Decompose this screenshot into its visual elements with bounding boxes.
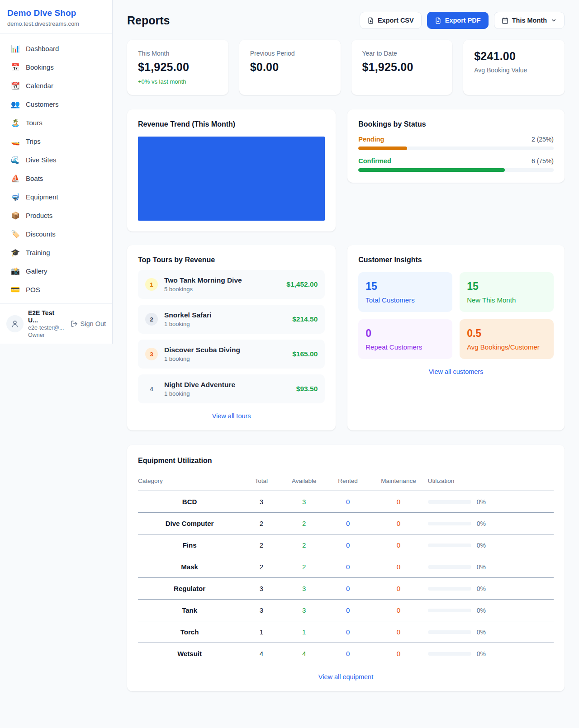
sidebar-item-dive-sites[interactable]: 🌊 Dive Sites [0,151,112,169]
table-row: Tank 3 3 0 0 0% [138,600,554,621]
tour-revenue: $214.50 [292,315,318,323]
status-row-pending: Pending 2 (25%) [358,136,554,150]
user-role: Owner [28,332,66,338]
utilization-bar [428,652,471,656]
user-panel: E2E Test U... e2e-tester@... Owner Sign … [0,303,112,344]
stat-delta: +0% vs last month [138,78,218,85]
status-row-confirmed: Confirmed 6 (75%) [358,157,554,172]
equipment-available: 2 [281,513,326,534]
equipment-rented: 0 [327,578,369,600]
export-pdf-button[interactable]: Export PDF [427,12,489,29]
credit-card-icon: 💳 [11,285,20,294]
view-all-tours-link[interactable]: View all tours [138,412,325,420]
utilization-percent: 0% [477,607,486,614]
stat-card-previous-period: Previous Period $0.00 [239,40,341,95]
tour-bookings: 5 bookings [164,286,280,293]
rank-badge: 3 [145,348,158,360]
top-tours-card: Top Tours by Revenue 1 Two Tank Morning … [127,245,336,430]
equipment-available: 2 [281,534,326,556]
file-download-icon [367,17,374,24]
col-total: Total [241,473,281,491]
utilization-bar [428,544,471,547]
equipment-rented: 0 [327,600,369,621]
utilization-bar [428,630,471,634]
page-title: Reports [127,14,170,27]
sidebar-item-customers[interactable]: 👥 Customers [0,95,112,113]
utilization-bar [428,587,471,591]
status-bar-track [358,168,554,172]
equipment-total: 3 [241,578,281,600]
insight-label: New This Month [467,296,546,304]
equipment-rented: 0 [327,491,369,513]
view-all-customers-link[interactable]: View all customers [358,368,554,375]
status-count: 2 (25%) [532,136,554,143]
equipment-total: 2 [241,513,281,534]
sidebar-item-label: Calendar [26,82,53,90]
equipment-available: 2 [281,556,326,578]
utilization-bar [428,522,471,525]
sidebar-item-pos[interactable]: 💳 POS [0,280,112,299]
equipment-utilization: 0% [428,534,554,556]
table-row: Regulator 3 3 0 0 0% [138,578,554,600]
export-csv-button[interactable]: Export CSV [360,12,422,29]
revenue-trend-card: Revenue Trend (This Month) [127,109,336,232]
sidebar: Demo Dive Shop demo.test.divestreams.com… [0,0,113,344]
table-row: Fins 2 2 0 0 0% [138,534,554,556]
sidebar-item-label: Gallery [26,267,47,275]
sidebar-item-trips[interactable]: 🚤 Trips [0,132,112,151]
app-root: Demo Dive Shop demo.test.divestreams.com… [0,0,579,709]
sidebar-item-boats[interactable]: ⛵ Boats [0,169,112,188]
export-pdf-label: Export PDF [445,17,481,24]
sidebar-header: Demo Dive Shop demo.test.divestreams.com [0,0,112,34]
stat-card-this-month: This Month $1,925.00 +0% vs last month [127,40,228,95]
tour-bookings: 1 booking [164,321,286,327]
equipment-utilization-title: Equipment Utilization [138,457,554,465]
tour-row: 3 Discover Scuba Diving 1 booking $165.0… [138,340,325,369]
sidebar-item-tours[interactable]: 🏝️ Tours [0,113,112,132]
tour-revenue: $165.00 [292,350,318,358]
tour-bookings: 1 booking [164,355,286,362]
equipment-utilization: 0% [428,556,554,578]
sidebar-item-equipment[interactable]: 🤿 Equipment [0,188,112,206]
tour-name: Snorkel Safari [164,311,286,319]
insight-value: 15 [467,280,546,293]
sidebar-item-gallery[interactable]: 📸 Gallery [0,262,112,280]
sidebar-item-bookings[interactable]: 📅 Bookings [0,58,112,76]
equipment-rented: 0 [327,513,369,534]
view-all-equipment-link[interactable]: View all equipment [138,673,554,681]
chevron-down-icon [551,17,557,24]
tour-revenue: $1,452.00 [286,280,318,288]
period-dropdown[interactable]: This Month [494,12,565,29]
equipment-total: 3 [241,600,281,621]
sidebar-item-label: Trips [26,137,41,145]
sidebar-item-products[interactable]: 📦 Products [0,206,112,225]
sidebar-item-dashboard[interactable]: 📊 Dashboard [0,39,112,58]
tour-row: 2 Snorkel Safari 1 booking $214.50 [138,305,325,334]
insight-label: Total Customers [365,296,445,304]
sidebar-item-calendar[interactable]: 📆 Calendar [0,76,112,95]
insight-value: 0 [365,327,445,340]
sign-out-button[interactable]: Sign Out [71,320,106,327]
equipment-maintenance: 0 [369,556,427,578]
sidebar-item-discounts[interactable]: 🏷️ Discounts [0,225,112,243]
status-count: 6 (75%) [532,157,554,165]
rank-badge: 2 [145,313,158,326]
equipment-rented: 0 [327,534,369,556]
equipment-maintenance: 0 [369,643,427,665]
shop-name: Demo Dive Shop [7,8,105,18]
stat-label: Avg Booking Value [474,66,554,74]
user-email: e2e-tester@... [28,325,66,331]
tour-name: Night Dive Adventure [164,381,290,389]
equipment-available: 4 [281,643,326,665]
stat-value: $1,925.00 [138,61,218,74]
customer-insights-card: Customer Insights 15 Total Customers 15 … [347,245,565,430]
utilization-bar [428,565,471,569]
export-csv-label: Export CSV [378,17,414,24]
equipment-rented: 0 [327,621,369,643]
table-row: Dive Computer 2 2 0 0 0% [138,513,554,534]
stat-label: Year to Date [362,50,442,57]
stats-grid: This Month $1,925.00 +0% vs last month P… [127,40,565,95]
equipment-maintenance: 0 [369,578,427,600]
sidebar-item-training[interactable]: 🎓 Training [0,243,112,262]
col-maintenance: Maintenance [369,473,427,491]
